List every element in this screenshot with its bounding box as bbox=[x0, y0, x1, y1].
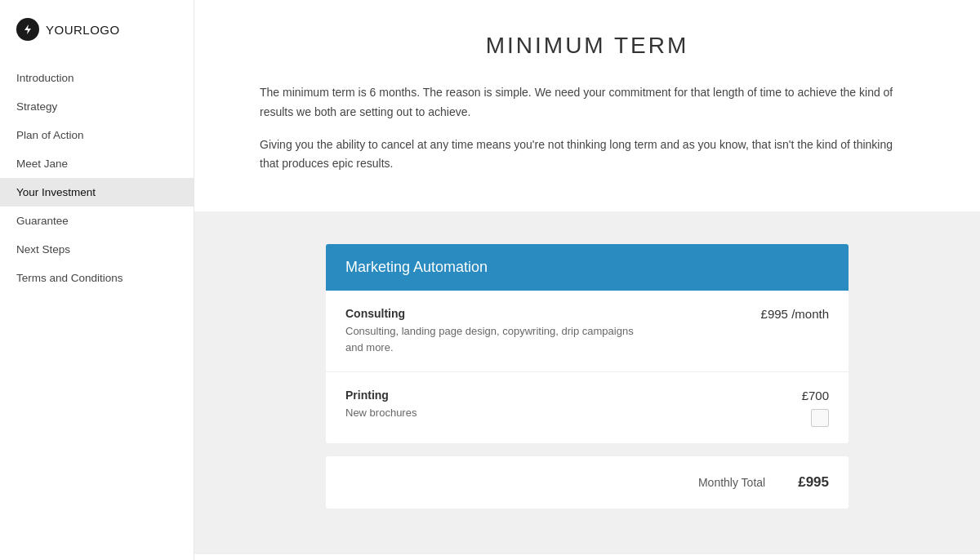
total-card: Monthly Total £995 bbox=[326, 456, 849, 509]
package-header: Marketing Automation bbox=[326, 244, 849, 291]
monthly-total-amount: £995 bbox=[798, 474, 829, 491]
logo-text: YOURLOGO bbox=[46, 23, 120, 37]
row-right-printing: £700 bbox=[802, 389, 829, 427]
row-right-consulting: £995 /month bbox=[761, 307, 829, 321]
main-content: MINIMUM TERM The minimum term is 6 month… bbox=[194, 0, 980, 560]
row-left-consulting: Consulting Consulting, landing page desi… bbox=[345, 307, 761, 355]
paragraph-1: The minimum term is 6 months. The reason… bbox=[260, 83, 915, 122]
sidebar-item-plan-of-action[interactable]: Plan of Action bbox=[0, 121, 194, 149]
consulting-title: Consulting bbox=[345, 307, 761, 320]
package-card: Marketing Automation Consulting Consulti… bbox=[326, 244, 849, 443]
consulting-desc: Consulting, landing page design, copywri… bbox=[345, 323, 639, 355]
consulting-price: £995 /month bbox=[761, 307, 829, 321]
lightning-bolt-icon bbox=[16, 18, 39, 41]
top-section: MINIMUM TERM The minimum term is 6 month… bbox=[194, 0, 980, 211]
printing-price: £700 bbox=[802, 389, 829, 402]
package-row-consulting: Consulting Consulting, landing page desi… bbox=[326, 291, 849, 372]
monthly-total-label: Monthly Total bbox=[698, 476, 765, 489]
printing-title: Printing bbox=[345, 389, 802, 402]
sidebar-item-your-investment[interactable]: Your Investment bbox=[0, 178, 194, 207]
package-row-printing: Printing New brochures £700 bbox=[326, 372, 849, 443]
printing-checkbox[interactable] bbox=[811, 409, 829, 427]
paragraph-2: Giving you the ability to cancel at any … bbox=[260, 136, 915, 175]
sidebar-item-terms-and-conditions[interactable]: Terms and Conditions bbox=[0, 264, 194, 292]
page-title: MINIMUM TERM bbox=[260, 33, 915, 59]
package-header-title: Marketing Automation bbox=[345, 259, 829, 276]
sidebar-item-next-steps[interactable]: Next Steps bbox=[0, 235, 194, 264]
logo-area: YOURLOGO bbox=[0, 0, 194, 64]
sidebar-nav: Introduction Strategy Plan of Action Mee… bbox=[0, 64, 194, 560]
sidebar-item-guarantee[interactable]: Guarantee bbox=[0, 207, 194, 235]
row-left-printing: Printing New brochures bbox=[345, 389, 802, 421]
sidebar-item-strategy[interactable]: Strategy bbox=[0, 92, 194, 121]
sidebar-item-meet-jane[interactable]: Meet Jane bbox=[0, 149, 194, 178]
sidebar: YOURLOGO Introduction Strategy Plan of A… bbox=[0, 0, 194, 560]
printing-desc: New brochures bbox=[345, 405, 639, 421]
investment-section: Marketing Automation Consulting Consulti… bbox=[194, 211, 980, 554]
svg-marker-0 bbox=[24, 24, 31, 34]
sidebar-item-introduction[interactable]: Introduction bbox=[0, 64, 194, 92]
